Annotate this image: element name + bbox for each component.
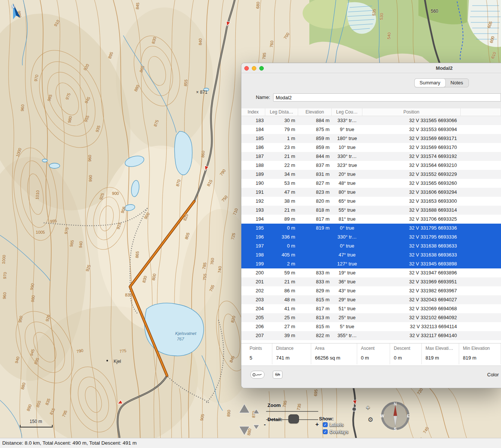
gear-icon[interactable]: ⚙: [368, 416, 373, 424]
stat-value-min-elevation: 819 m: [459, 353, 501, 364]
waypoint-table[interactable]: Index Leg Dista… Elevation Leg Cou… Posi…: [241, 108, 501, 343]
detail-plus-button[interactable]: +: [315, 421, 319, 428]
minimize-button[interactable]: [252, 66, 256, 71]
stats-panel: Points Distance Area Ascent Descent Max …: [241, 343, 501, 365]
cell-leg-distance: 79 m: [265, 125, 298, 134]
cell-elevation: 844 m: [298, 152, 332, 161]
cell-position: 32 V 331969 6693951: [362, 277, 461, 286]
column-header-index[interactable]: Index: [241, 108, 265, 116]
table-row[interactable]: 188 22 m 837 m 323° true 32 V 331564 669…: [241, 161, 501, 170]
cell-index: 188: [241, 161, 265, 170]
cell-leg-distance: 30 m: [265, 116, 298, 125]
column-header-course[interactable]: Leg Cou…: [332, 108, 362, 116]
cell-elevation: 822 m: [298, 331, 332, 340]
tab-summary[interactable]: Summary: [415, 79, 445, 87]
table-row[interactable]: 183 30 m 884 m 333° tr… 32 V 331565 6693…: [241, 116, 501, 125]
detail-slider-handle[interactable]: [288, 414, 299, 423]
style-toggle-button[interactable]: Sh: [273, 371, 282, 379]
scale-line: [20, 425, 53, 427]
zoom-window-button[interactable]: [259, 66, 264, 71]
route-style-button[interactable]: [250, 371, 265, 379]
zoom-slider[interactable]: [266, 411, 318, 412]
cell-elevation: 833 m: [298, 268, 332, 277]
cell-leg-distance: 22 m: [265, 161, 298, 170]
status-text: Distance: 8.0 km, Total Ascent: 490 m, T…: [2, 440, 137, 446]
window-title: Modal2: [427, 63, 461, 73]
cell-leg-distance: 53 m: [265, 179, 298, 188]
checkbox-box[interactable]: ✓: [323, 422, 328, 427]
cell-elevation: [298, 251, 332, 259]
cell-leg-distance: 405 m: [265, 251, 298, 259]
cell-leg-distance: 1 m: [265, 134, 298, 143]
compass-rose[interactable]: N W E S: [379, 400, 412, 433]
cell-leg-course: 25° true: [332, 313, 362, 322]
table-row[interactable]: 202 86 m 829 m 43° true 32 V 331982 6693…: [241, 286, 501, 295]
table-row[interactable]: 186 23 m 859 m 10° true 32 V 331569 6693…: [241, 143, 501, 152]
table-row[interactable]: 194 89 m 817 m 81° true 32 V 331706 6693…: [241, 215, 501, 224]
cell-position: 32 V 331565 6693066: [362, 116, 461, 125]
stat-value-area: 66256 sq m: [311, 353, 357, 364]
column-header-position[interactable]: Position: [362, 108, 461, 116]
table-row[interactable]: 201 21 m 833 m 36° true 32 V 331969 6693…: [241, 277, 501, 286]
checkbox-box[interactable]: ✓: [323, 429, 328, 434]
cell-position: 32 V 331569 6693171: [362, 134, 461, 143]
cell-leg-course: 330° tr…: [332, 233, 362, 242]
table-row[interactable]: 187 21 m 844 m 330° tr… 32 V 331574 6693…: [241, 152, 501, 161]
map-scale: 150 m: [19, 419, 53, 427]
table-row[interactable]: 199 2 m 127° true 32 V 331945 6693898: [241, 259, 501, 268]
table-row[interactable]: 206 27 m 815 m 5° true 32 V 332113 66941…: [241, 322, 501, 331]
table-row[interactable]: 196 336 m 330° tr… 32 V 331795 6693336: [241, 233, 501, 242]
name-input[interactable]: [273, 93, 501, 102]
cell-extra: [461, 152, 501, 161]
table-row[interactable]: 184 79 m 875 m 9° true 32 V 331553 66930…: [241, 125, 501, 134]
cell-elevation: [298, 242, 332, 251]
cell-extra: [461, 179, 501, 188]
column-header-extra[interactable]: [461, 108, 501, 116]
table-row[interactable]: 192 38 m 820 m 65° true 32 V 331653 6693…: [241, 197, 501, 206]
cell-index: 183: [241, 116, 265, 125]
cell-elevation: 829 m: [298, 286, 332, 295]
table-row[interactable]: 193 21 m 818 m 55° true 32 V 331688 6693…: [241, 206, 501, 215]
table-row[interactable]: 190 53 m 827 m 48° true 32 V 331565 6693…: [241, 179, 501, 188]
cell-leg-course: 355° tr…: [332, 331, 362, 340]
overlay-plus-button[interactable]: +: [366, 404, 370, 411]
table-row[interactable]: 191 47 m 823 m 80° true 32 V 331606 6693…: [241, 188, 501, 197]
cell-index: 185: [241, 134, 265, 143]
table-row[interactable]: 203 48 m 815 m 29° true 32 V 332043 6694…: [241, 295, 501, 304]
cell-elevation: [298, 259, 332, 268]
detail-minus-button[interactable]: -: [264, 421, 266, 428]
table-row[interactable]: 185 1 m 859 m 180° true 32 V 331569 6693…: [241, 134, 501, 143]
cell-extra: [461, 206, 501, 215]
table-row[interactable]: 189 34 m 831 m 20° true 32 V 331552 6693…: [241, 170, 501, 179]
cell-index: 189: [241, 170, 265, 179]
cell-leg-course: 10° true: [332, 143, 362, 152]
name-row: Name:: [241, 93, 501, 102]
cell-leg-distance: 59 m: [265, 268, 298, 277]
show-checkbox[interactable]: ✓ Overlays: [323, 429, 349, 435]
cell-index: 187: [241, 152, 265, 161]
column-header-elevation[interactable]: Elevation: [298, 108, 332, 116]
cell-elevation: 815 m: [298, 295, 332, 304]
tab-notes[interactable]: Notes: [445, 79, 468, 87]
table-row[interactable]: 204 41 m 817 m 51° true 32 V 332069 6694…: [241, 304, 501, 313]
cell-leg-distance: 89 m: [265, 215, 298, 224]
table-row[interactable]: 198 405 m 47° true 32 V 331638 6693633: [241, 251, 501, 259]
cell-position: 32 V 331565 6693260: [362, 179, 461, 188]
table-row[interactable]: 195 0 m 819 m 0° true 32 V 331795 669333…: [241, 224, 501, 233]
table-row[interactable]: 200 59 m 833 m 19° true 32 V 331947 6693…: [241, 268, 501, 277]
column-header-leg[interactable]: Leg Dista…: [265, 108, 298, 116]
window-titlebar[interactable]: Modal2: [241, 63, 501, 73]
cell-position: 32 V 331947 6693896: [362, 268, 461, 277]
cell-leg-distance: 38 m: [265, 197, 298, 206]
table-row[interactable]: 205 25 m 813 m 25° true 32 V 332102 6694…: [241, 313, 501, 322]
close-button[interactable]: [244, 66, 249, 71]
cell-extra: [461, 277, 501, 286]
pan-arrows[interactable]: [235, 402, 265, 437]
cell-index: 186: [241, 143, 265, 152]
cell-extra: [461, 295, 501, 304]
table-row[interactable]: 197 0 m 0° true 32 V 331638 6693633: [241, 242, 501, 251]
waypoint-header: Index Leg Dista… Elevation Leg Cou… Posi…: [241, 108, 501, 116]
cell-elevation: 820 m: [298, 197, 332, 206]
table-row[interactable]: 207 39 m 822 m 355° tr… 32 V 332117 6694…: [241, 331, 501, 340]
show-checkbox[interactable]: ✓ Labels: [323, 422, 349, 427]
